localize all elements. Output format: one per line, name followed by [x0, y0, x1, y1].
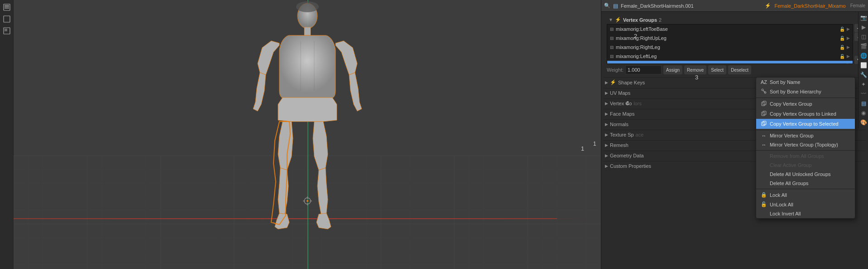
- vgroup-icon-1: ▤: [610, 36, 614, 40]
- unlock-icon: 🔓: [761, 201, 767, 207]
- menu-unlock-all[interactable]: 🔓 UnLock All: [756, 200, 855, 209]
- scene-properties-icon[interactable]: 🎬: [859, 42, 868, 51]
- menu-lock-invert[interactable]: Lock Invert All: [756, 209, 855, 218]
- material-properties-icon[interactable]: ◉: [859, 108, 868, 117]
- uv-maps-arrow: ▶: [605, 91, 608, 95]
- viewport[interactable]: 1: [14, 0, 601, 269]
- render-properties-icon[interactable]: 📷: [859, 13, 868, 22]
- vgroup-icon-2: ▤: [610, 45, 614, 49]
- mirror-topology-label: Mirror Vertex Group (Topology): [770, 142, 838, 147]
- vgroup-arrow-3: ▶: [847, 54, 850, 59]
- shape-keys-arrow: ▶: [605, 80, 608, 85]
- svg-rect-3: [5, 8, 9, 9]
- menu-sort-by-name[interactable]: AZ Sort by Name: [756, 78, 855, 87]
- mirror-topology-icon: ↔: [761, 142, 767, 147]
- menu-mirror-vertex-group-topology[interactable]: ↔ Mirror Vertex Group (Topology): [756, 140, 855, 149]
- vgroup-icon-0: ▤: [610, 27, 614, 31]
- deselect-button[interactable]: Deselect: [728, 65, 751, 74]
- menu-copy-vertex-group[interactable]: Copy Vertex Group: [756, 99, 855, 109]
- output-properties-icon[interactable]: ▶: [859, 23, 868, 32]
- vgroup-item-1[interactable]: ▤ mixamorig:RightUpLeg 🔓 ▶: [607, 34, 853, 43]
- vertex-group-list[interactable]: ▤ mixamorig:LeftToeBase 🔓 ▶ ▤ mixamorig:…: [607, 24, 853, 64]
- vgroup-item-4[interactable]: ▤ mixamorig:LeftFoot 🔓: [607, 61, 853, 64]
- copy-icon-1: [761, 101, 767, 107]
- vgroup-name-4: mixamorig:LeftFoot: [616, 63, 843, 64]
- svg-point-13: [296, 1, 319, 12]
- svg-point-22: [762, 89, 763, 91]
- left-sidebar: [0, 0, 14, 269]
- vgroup-lock-4: 🔓: [844, 63, 850, 64]
- copy-icon-3: [761, 121, 767, 127]
- physics-properties-icon[interactable]: 〰: [859, 89, 868, 98]
- custom-properties-label: Custom Properties: [610, 163, 651, 169]
- 3d-cursor[interactable]: [303, 196, 312, 205]
- sort-by-bone-label: Sort by Bone Hierarchy: [770, 89, 821, 94]
- vertex-groups-section: ▼ ⚡ Vertex Groups 2 ▤ mixamorig:LeftToeB…: [603, 14, 866, 76]
- menu-lock-all[interactable]: 🔒 Lock All: [756, 190, 855, 200]
- menu-divider-1: [756, 98, 855, 98]
- shaderfx-properties-icon[interactable]: 🎨: [859, 118, 868, 127]
- vertex-groups-controls: ▤ mixamorig:LeftToeBase 🔓 ▶ ▤ mixamorig:…: [607, 24, 863, 74]
- weight-input[interactable]: [625, 65, 662, 74]
- copy-icon-2: [761, 111, 767, 117]
- lock-invert-label: Lock Invert All: [770, 211, 801, 216]
- menu-sort-by-bone[interactable]: Sort by Bone Hierarchy: [756, 87, 855, 97]
- menu-mirror-vertex-group[interactable]: ↔ Mirror Vertex Group: [756, 131, 855, 140]
- properties-filter-icon: 🔍: [604, 3, 610, 9]
- az-sort-icon: AZ: [761, 79, 767, 85]
- object-data-properties-icon[interactable]: ▤: [859, 99, 868, 108]
- remesh-label: Remesh: [610, 142, 628, 148]
- character-model: [212, 0, 403, 263]
- vertex-groups-header[interactable]: ▼ ⚡ Vertex Groups 2: [607, 15, 863, 24]
- particles-properties-icon[interactable]: ✦: [859, 80, 868, 89]
- menu-delete-all[interactable]: Delete All Groups: [756, 179, 855, 188]
- shape-keys-label: Shape Keys: [618, 80, 645, 85]
- texture-space-label: Texture Sp: [610, 132, 634, 137]
- vertex-groups-context-menu: AZ Sort by Name Sort by Bone Hierarchy C…: [756, 77, 855, 219]
- world-properties-icon[interactable]: 🌐: [859, 51, 868, 60]
- sidebar-icon-1[interactable]: [1, 2, 12, 13]
- delete-all-unlocked-label: Delete All Unlocked Groups: [770, 171, 831, 177]
- select-button[interactable]: Select: [708, 65, 726, 74]
- vertex-colors-arrow: ▶: [605, 101, 608, 106]
- vgroup-icon-4: ▤: [610, 63, 614, 64]
- assign-button[interactable]: Assign: [663, 65, 682, 74]
- sidebar-icon-3[interactable]: [1, 25, 12, 36]
- normals-label: Normals: [610, 122, 628, 127]
- vgroup-item-0[interactable]: ▤ mixamorig:LeftToeBase 🔓 ▶: [607, 24, 853, 34]
- normals-arrow: ▶: [605, 122, 608, 127]
- vertex-groups-title: Vertex Groups: [623, 17, 657, 23]
- object-properties-icon[interactable]: ⬜: [859, 61, 868, 70]
- remove-sel-button[interactable]: Remove: [684, 65, 706, 74]
- mirror-icon: ↔: [761, 133, 767, 138]
- object-icon: ⚡: [765, 3, 771, 9]
- texture-space-arrow: ▶: [605, 132, 608, 137]
- vertex-colors-label: Vertex Co: [610, 101, 632, 106]
- geometry-data-label: Geometry Data: [610, 153, 644, 158]
- modifier-properties-icon[interactable]: 🔧: [859, 70, 868, 79]
- menu-copy-vertex-group-to-selected[interactable]: Copy Vertex Group to Selected: [756, 119, 855, 129]
- vgroup-arrow-2: ▶: [847, 45, 850, 49]
- menu-remove-from-all: Remove from All Groups: [756, 152, 855, 161]
- svg-rect-6: [5, 29, 7, 31]
- geometry-data-arrow: ▶: [605, 153, 608, 158]
- vgroup-item-2[interactable]: ▤ mixamorig:RightLeg 🔓 ▶: [607, 43, 853, 52]
- copy-vertex-group-label: Copy Vertex Group: [770, 101, 812, 107]
- panel-header: 🔍 ▤ Female_DarkShortHairmesh.001 ⚡ Femal…: [601, 0, 868, 12]
- menu-copy-vertex-groups-to-linked[interactable]: Copy Vertex Groups to Linked: [756, 109, 855, 119]
- view-layer-icon[interactable]: ◫: [859, 32, 868, 41]
- sidebar-icon-2[interactable]: [1, 14, 12, 24]
- vgroup-item-3[interactable]: ▤ mixamorig:LeftLeg 🔓 ▶: [607, 52, 853, 61]
- vgroup-arrow-1: ▶: [847, 36, 850, 40]
- sort-by-name-label: Sort by Name: [770, 79, 800, 85]
- svg-rect-12: [304, 27, 311, 35]
- menu-delete-all-unlocked[interactable]: Delete All Unlocked Groups: [756, 170, 855, 179]
- vgroup-lock-2: 🔓: [839, 45, 845, 50]
- vgroup-name-1: mixamorig:RightUpLeg: [616, 35, 838, 41]
- menu-divider-2: [756, 130, 855, 130]
- vertex-groups-count: 2: [659, 17, 662, 23]
- panel-collection: Female: [850, 3, 865, 8]
- mirror-vertex-group-label: Mirror Vertex Group: [770, 133, 814, 138]
- vgroup-name-2: mixamorig:RightLeg: [616, 44, 838, 50]
- weight-label: Weight:: [607, 67, 623, 73]
